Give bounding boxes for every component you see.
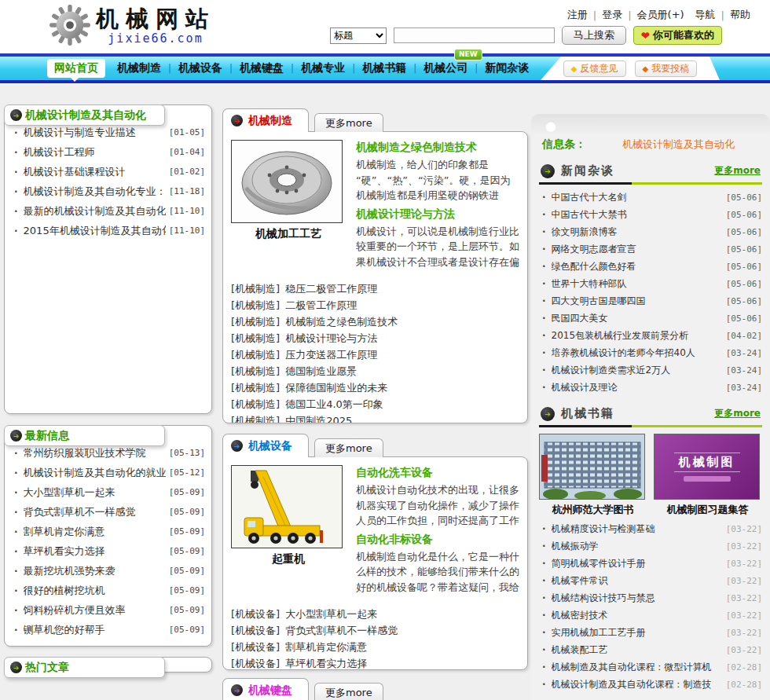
article-title-link[interactable]: 机械制造之绿色制造技术: [356, 141, 519, 155]
article-link[interactable]: 最新挖坑机强势来袭: [24, 564, 166, 578]
nav-item[interactable]: 机械公司: [416, 61, 475, 75]
article-link[interactable]: 机械设计基础课程设计: [24, 165, 166, 179]
more-link[interactable]: 更多more: [714, 164, 761, 178]
article-link[interactable]: 机械装配工艺: [552, 643, 723, 657]
more-tab[interactable]: 更多more: [314, 113, 383, 132]
article-link[interactable]: 2015年机械设计制造及其自动化专: [24, 224, 166, 238]
article-link[interactable]: 常州纺织服装职业技术学院: [24, 446, 166, 460]
category-tag-link[interactable]: [机械制造]: [231, 414, 280, 424]
article-link[interactable]: 机械设计制造及其自动化课程：制造技: [552, 678, 723, 691]
account-link[interactable]: 帮助: [730, 8, 750, 22]
book-card[interactable]: 机械制图 机械制图习题集答: [654, 434, 761, 517]
article-link[interactable]: 中国古代十大名剑: [552, 191, 723, 204]
tab-equipment[interactable]: ➔ 机械设备: [222, 434, 309, 457]
article-link[interactable]: 机械设计工程师: [24, 145, 166, 159]
article-link[interactable]: 徐文明新浪博客: [552, 225, 723, 239]
feedback-button[interactable]: ◆ 反馈意见: [563, 60, 626, 77]
article-title-link[interactable]: 自动化非标设备: [356, 533, 519, 547]
article-link[interactable]: 四大文明古国是哪四国: [552, 295, 723, 308]
article-link[interactable]: 绿色配什么颜色好看: [552, 260, 723, 273]
article-link[interactable]: 机械振动学: [552, 540, 723, 553]
article-link[interactable]: 压力变送器工作原理: [285, 348, 377, 362]
search-button[interactable]: 马上搜索: [562, 26, 626, 45]
article-link[interactable]: 德国制造业愿景: [285, 365, 357, 379]
nav-item[interactable]: 机械制造: [110, 61, 168, 75]
article-link[interactable]: 机械密封技术: [552, 609, 723, 622]
more-tab[interactable]: 更多more: [314, 683, 383, 700]
article-link[interactable]: 机械制造之绿色制造技术: [285, 315, 398, 329]
nav-item[interactable]: 机械键盘: [233, 61, 291, 75]
category-tag-link[interactable]: [机械制造]: [231, 365, 280, 379]
category-tag-link[interactable]: [机械制造]: [231, 332, 280, 346]
article-link[interactable]: 机械设计及理论: [552, 381, 723, 394]
recommend-button[interactable]: ❤ 你可能喜欢的: [633, 26, 722, 45]
account-link[interactable]: 注册: [567, 8, 588, 22]
account-link[interactable]: 登录: [602, 8, 622, 22]
article-link[interactable]: 机械制造及其自动化课程：微型计算机: [552, 661, 723, 674]
article-link[interactable]: 机械设计理论与方法: [285, 332, 377, 346]
article-link[interactable]: 机械设计制造类需求近2万人: [552, 364, 723, 377]
article-link[interactable]: 机械精度设计与检测基础: [552, 522, 723, 536]
article-link[interactable]: 草坪机看实力选择: [285, 657, 367, 671]
category-tag-link[interactable]: [机械制造]: [231, 398, 280, 412]
article-link[interactable]: 大小型割草机一起来: [24, 486, 166, 500]
book-card[interactable]: 杭州师范大学图书: [539, 434, 647, 517]
article-link[interactable]: 背负式割草机不一样感觉: [24, 505, 166, 519]
category-tag-link[interactable]: [机械制造]: [231, 315, 280, 329]
article-link[interactable]: 机械设计与制造专业描述: [24, 126, 166, 140]
site-logo[interactable]: 机械网站 jixie66.com: [49, 4, 215, 49]
nav-item[interactable]: 新闻杂谈: [478, 61, 536, 75]
nav-item[interactable]: 机械专业: [294, 61, 352, 75]
category-tag-link[interactable]: [机械制造]: [231, 299, 280, 313]
article-link[interactable]: 2015包装机械行业发展前景分析: [552, 329, 723, 343]
more-tab[interactable]: 更多more: [314, 438, 383, 457]
article-link[interactable]: 机械结构设计技巧与禁忌: [552, 592, 723, 605]
submit-article-button[interactable]: ◆ 我要投稿: [635, 60, 698, 77]
category-tag-link[interactable]: [机械制造]: [231, 348, 280, 362]
article-link[interactable]: 机械设计制造及其自动化的就业工: [24, 466, 166, 480]
nav-item[interactable]: 机械书籍: [355, 61, 413, 75]
article-link[interactable]: 饲料粉碎机方便且效率: [24, 603, 166, 618]
article-link[interactable]: 机械零件常识: [552, 574, 723, 588]
article-title-link[interactable]: 自动化洗车设备: [356, 466, 519, 480]
search-category-select[interactable]: 标题: [330, 27, 387, 44]
more-link[interactable]: 更多more: [714, 407, 761, 420]
feature-photo-card[interactable]: 起重机: [231, 465, 346, 599]
article-link[interactable]: 铡草机您的好帮手: [24, 623, 166, 637]
article-link[interactable]: 最新的机械设计制造及其自动化专: [24, 204, 166, 218]
category-tag-link[interactable]: [机械设备]: [231, 640, 280, 654]
article-link[interactable]: 世界十大特种部队: [552, 277, 723, 291]
account-link[interactable]: 会员册(+): [637, 8, 684, 22]
tab-keyboard[interactable]: ➔ 机械键盘: [222, 678, 309, 700]
article-link[interactable]: 割草机肯定你满意: [24, 525, 166, 539]
article-link[interactable]: 实用机械加工工艺手册: [552, 626, 723, 640]
article-link[interactable]: 德国工业4.0第一印象: [285, 398, 383, 412]
nav-item[interactable]: 网站首页: [47, 59, 105, 78]
article-link[interactable]: 背负式割草机不一样感觉: [285, 624, 398, 638]
article-link[interactable]: 网络文明志愿者宣言: [552, 243, 723, 256]
article-link[interactable]: 稳压二极管工作原理: [285, 282, 377, 296]
category-tag-link[interactable]: [机械设备]: [231, 607, 280, 621]
article-link[interactable]: 中国古代十大禁书: [552, 208, 723, 222]
nav-item[interactable]: 机械设备: [171, 61, 229, 75]
article-link[interactable]: 民国四大美女: [552, 312, 723, 325]
article-link[interactable]: 保障德国制造业的未来: [285, 381, 387, 395]
article-link[interactable]: 割草机肯定你满意: [285, 640, 367, 654]
article-link[interactable]: 简明机械零件设计手册: [552, 557, 723, 570]
article-title-link[interactable]: 机械设计理论与方法: [356, 207, 519, 222]
article-link[interactable]: 中国制造2025: [285, 414, 352, 424]
category-tag-link[interactable]: [机械设备]: [231, 624, 280, 638]
article-link[interactable]: 很好的植树挖坑机: [24, 584, 166, 598]
article-link[interactable]: 二极管工作原理: [285, 299, 357, 313]
category-tag-link[interactable]: [机械制造]: [231, 282, 280, 296]
search-input[interactable]: [394, 27, 555, 43]
account-link[interactable]: 导航: [695, 8, 716, 22]
category-tag-link[interactable]: [机械设备]: [231, 657, 280, 671]
article-link[interactable]: 大小型割草机一起来: [285, 607, 377, 621]
category-tag-link[interactable]: [机械制造]: [231, 381, 280, 395]
article-link[interactable]: 培养教机械设计的老师今年招40人: [552, 346, 723, 360]
feature-photo-card[interactable]: 机械加工工艺: [231, 140, 346, 273]
info-ticker-link[interactable]: 机械设计制造及其自动化: [622, 137, 735, 152]
article-link[interactable]: 机械设计制造及其自动化专业：西: [24, 185, 166, 199]
article-link[interactable]: 草坪机看实力选择: [24, 544, 166, 559]
